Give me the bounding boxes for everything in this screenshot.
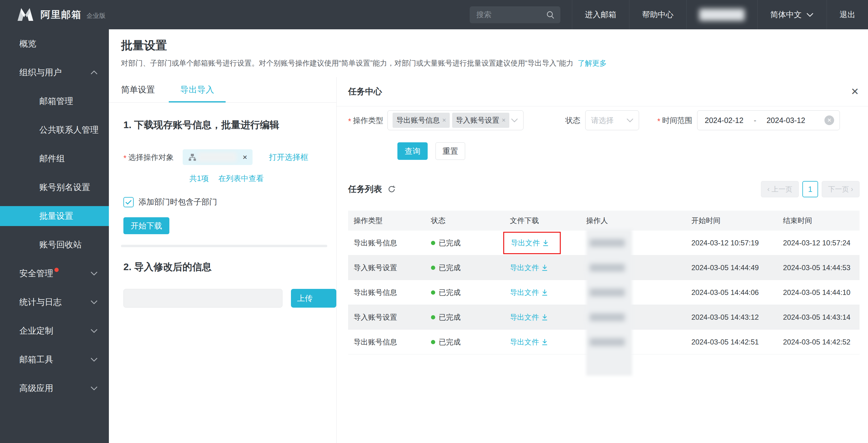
topbar-actions: 搜索 进入邮箱 帮助中心 简体中文 退出 xyxy=(470,0,868,29)
current-page-button[interactable]: 1 xyxy=(802,181,818,197)
chevron-down-icon xyxy=(90,357,98,362)
sidebar-item-security-mgmt[interactable]: 安全管理 xyxy=(0,264,109,283)
sidebar-item-advanced-apps[interactable]: 高级应用 xyxy=(0,378,109,398)
upload-row: 上传 xyxy=(123,289,336,308)
refresh-icon[interactable] xyxy=(388,185,396,194)
status-dot xyxy=(431,291,435,295)
col-header: 文件下载 xyxy=(504,216,581,226)
view-in-list-link[interactable]: 在列表中查看 xyxy=(218,173,264,183)
chevron-down-icon xyxy=(90,329,98,333)
export-file-link[interactable]: 导出文件 xyxy=(510,312,548,322)
date-end-value[interactable]: 2024-03-12 xyxy=(766,116,805,125)
sidebar-item-org-users[interactable]: 组织与用户 xyxy=(0,63,109,82)
upload-file-input[interactable] xyxy=(123,289,282,308)
status-text: 已完成 xyxy=(439,263,461,273)
notification-dot-badge xyxy=(55,268,59,272)
clear-date-icon[interactable]: ✕ xyxy=(825,115,834,125)
col-header: 操作类型 xyxy=(348,216,426,226)
sidebar: 概览 组织与用户 邮箱管理 公共联系人管理 邮件组 账号别名设置 批量设置 账号… xyxy=(0,29,109,443)
sidebar-item-mail-groups[interactable]: 邮件组 xyxy=(0,149,109,169)
open-selector-link[interactable]: 打开选择框 xyxy=(269,152,308,163)
reset-button[interactable]: 重置 xyxy=(435,142,465,160)
tab-import-export[interactable]: 导出导入 xyxy=(180,77,214,102)
upload-button[interactable]: 上传 xyxy=(291,289,336,308)
required-asterisk: * xyxy=(123,154,126,163)
status-select[interactable]: 请选择 xyxy=(585,110,639,130)
export-file-link[interactable]: 导出文件 xyxy=(511,238,549,248)
checkmark-icon xyxy=(125,199,132,205)
sidebar-item-mail-tools[interactable]: 邮箱工具 xyxy=(0,350,109,370)
chevron-down-icon xyxy=(90,271,98,276)
remove-tag-icon[interactable]: × xyxy=(442,116,446,124)
edition-badge: 企业版 xyxy=(87,11,105,20)
sidebar-item-account-recycle[interactable]: 账号回收站 xyxy=(0,235,109,255)
prev-page-button[interactable]: ‹ 上一页 xyxy=(761,181,799,197)
sidebar-item-overview[interactable]: 概览 xyxy=(0,34,109,54)
selected-department-tag[interactable]: × xyxy=(183,149,252,165)
status-dot xyxy=(431,315,435,319)
account-name-redacted xyxy=(699,9,745,21)
download-icon xyxy=(541,338,548,346)
sidebar-item-mailbox-mgmt[interactable]: 邮箱管理 xyxy=(0,91,109,111)
task-list-title: 任务列表 xyxy=(348,183,382,195)
export-file-link[interactable]: 导出文件 xyxy=(510,337,548,347)
include-subdept-row: 添加部门时包含子部门 xyxy=(123,197,336,207)
table-row: 导入账号设置 已完成 导出文件 2024-03-05 14:43:12 xyxy=(348,305,860,330)
operation-type-label: 操作类型 xyxy=(353,115,383,126)
required-asterisk: * xyxy=(657,117,660,126)
main-content: 批量设置 对部门、子部门或单个邮箱账号进行设置。对个别账号操作建议使用“简单设置… xyxy=(109,29,868,443)
table-row: 导出账号信息 已完成 导出文件 2024-03-05 14:42:51 xyxy=(348,330,860,354)
download-icon xyxy=(541,314,548,321)
next-page-button[interactable]: 下一页 › xyxy=(822,181,860,197)
sidebar-item-public-contacts[interactable]: 公共联系人管理 xyxy=(0,120,109,140)
search-input[interactable]: 搜索 xyxy=(470,6,560,23)
status-placeholder: 请选择 xyxy=(591,115,626,126)
time-range-label: 时间范围 xyxy=(662,115,692,126)
status-dot xyxy=(431,340,435,344)
filter-operation-type: * 操作类型 导出账号信息 × 导入账号设置 × xyxy=(348,110,524,130)
learn-more-link[interactable]: 了解更多 xyxy=(578,59,607,67)
col-header: 开始时间 xyxy=(686,216,778,226)
sidebar-item-enterprise-custom[interactable]: 企业定制 xyxy=(0,321,109,341)
target-select-row: * 选择操作对象 × xyxy=(123,149,336,165)
status-dot xyxy=(431,241,435,245)
sidebar-item-stats-logs[interactable]: 统计与日志 xyxy=(0,292,109,312)
department-name-redacted xyxy=(198,152,237,162)
logout-link[interactable]: 退出 xyxy=(827,0,868,29)
date-range-picker[interactable]: 2024-02-12 - 2024-03-12 ✕ xyxy=(697,110,840,130)
chevron-down-icon xyxy=(510,118,518,123)
download-icon xyxy=(541,289,548,296)
enter-mailbox-link[interactable]: 进入邮箱 xyxy=(572,0,629,29)
tab-simple-settings[interactable]: 简单设置 xyxy=(121,77,155,102)
help-center-link[interactable]: 帮助中心 xyxy=(629,0,686,29)
include-subdept-checkbox[interactable] xyxy=(123,197,134,207)
app-title: 阿里邮箱 xyxy=(40,8,82,22)
language-switcher[interactable]: 简体中文 xyxy=(757,0,827,29)
pagination: ‹ 上一页 1 下一页 › xyxy=(761,181,860,197)
status-text: 已完成 xyxy=(439,337,461,347)
account-name[interactable] xyxy=(686,0,757,29)
col-header: 状态 xyxy=(426,216,504,226)
table-row: 导入账号设置 已完成 导出文件 2024-03-05 14:44:49 xyxy=(348,255,860,280)
target-label: 选择操作对象 xyxy=(128,152,174,162)
status-text: 已完成 xyxy=(439,312,461,322)
remove-department-icon[interactable]: × xyxy=(243,152,247,162)
task-center-panel: 任务中心 ✕ * 操作类型 导出账号信息 × xyxy=(336,77,868,443)
left-column: 简单设置 导出导入 1. 下载现存账号信息，批量进行编辑 * 选择操作对象 xyxy=(109,77,336,443)
chevron-down-icon xyxy=(90,300,98,305)
status-label: 状态 xyxy=(565,115,580,126)
export-file-link[interactable]: 导出文件 xyxy=(510,288,548,297)
operation-type-multiselect[interactable]: 导出账号信息 × 导入账号设置 × xyxy=(388,110,524,130)
close-icon[interactable]: ✕ xyxy=(851,87,859,96)
sidebar-item-batch-settings[interactable]: 批量设置 xyxy=(0,206,109,226)
query-button[interactable]: 查询 xyxy=(397,142,428,160)
export-file-link[interactable]: 导出文件 xyxy=(510,263,548,273)
topbar: 阿里邮箱 企业版 搜索 进入邮箱 帮助中心 简体中文 退出 xyxy=(0,0,868,29)
filter-row: * 操作类型 导出账号信息 × 导入账号设置 × xyxy=(348,110,860,130)
start-download-button[interactable]: 开始下载 xyxy=(123,217,169,234)
date-start-value[interactable]: 2024-02-12 xyxy=(705,116,743,125)
sidebar-item-alias-settings[interactable]: 账号别名设置 xyxy=(0,177,109,197)
filter-status: 状态 请选择 xyxy=(565,110,639,130)
search-icon xyxy=(546,10,555,19)
remove-tag-icon[interactable]: × xyxy=(502,116,506,124)
